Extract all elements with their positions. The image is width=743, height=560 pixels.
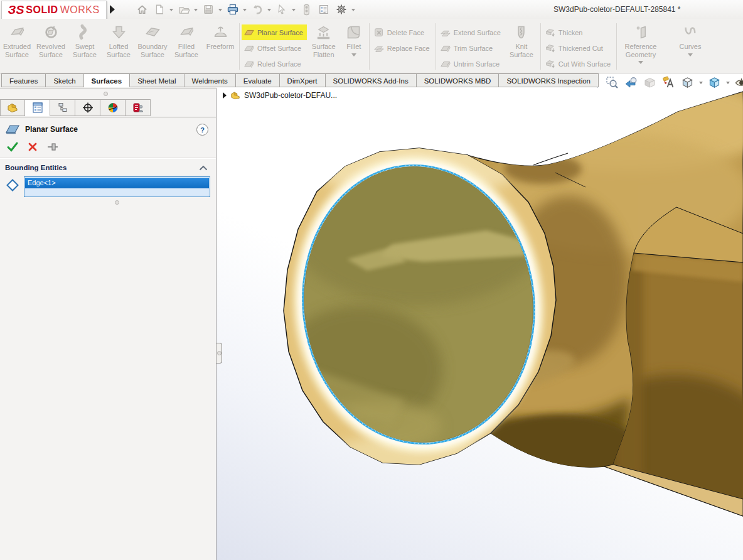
tab-features[interactable]: Features <box>1 73 46 87</box>
freeform-button[interactable]: Freeform <box>203 22 237 51</box>
model-3d-view[interactable] <box>216 73 743 560</box>
save-icon[interactable] <box>201 2 216 17</box>
hide-show-annotations-icon[interactable] <box>661 75 676 90</box>
solidworks-logo[interactable]: ЗS SOLIDWORKS <box>1 1 107 19</box>
replace-face-icon <box>373 43 385 54</box>
fillet-dropdown[interactable] <box>351 53 356 59</box>
ribbon-stack-planar: Planar Surface Offset Surface Ruled Surf… <box>242 22 307 72</box>
options-gear-icon[interactable] <box>334 2 349 17</box>
graphics-viewport[interactable]: SW3dPub-coletor-DEFAU... <box>216 73 743 560</box>
undo-dropdown[interactable] <box>267 9 271 13</box>
tab-weldments[interactable]: Weldments <box>184 73 236 87</box>
reference-geometry-dropdown[interactable] <box>638 61 643 67</box>
tab-sketch[interactable]: Sketch <box>46 73 83 87</box>
tab-solidworks-inspection[interactable]: SOLIDWORKS Inspection <box>499 73 599 87</box>
open-icon[interactable] <box>176 2 191 17</box>
thicken-button[interactable]: Thicken <box>543 24 614 40</box>
select-dropdown[interactable] <box>292 9 296 13</box>
curves-dropdown[interactable] <box>688 53 693 59</box>
open-dropdown[interactable] <box>194 9 198 13</box>
display-style-dropdown[interactable] <box>699 82 703 86</box>
tab-solidworks-addins[interactable]: SOLIDWORKS Add-Ins <box>326 73 417 87</box>
panel-grip-icon[interactable] <box>104 92 108 96</box>
offset-surface-button[interactable]: Offset Surface <box>242 40 307 56</box>
thickened-cut-button[interactable]: Thickened Cut <box>543 40 614 56</box>
ribbon-separator <box>239 23 240 70</box>
untrim-surface-button[interactable]: Untrim Surface <box>438 56 505 72</box>
untrim-surface-icon <box>440 58 451 70</box>
new-document-dropdown[interactable] <box>169 9 173 13</box>
select-icon[interactable] <box>274 2 289 17</box>
panel-splitter-handle[interactable] <box>216 343 222 363</box>
feature-manager-tab[interactable] <box>0 99 25 116</box>
zoom-to-area-icon[interactable] <box>605 75 619 90</box>
revolved-surface-button[interactable]: Revolved Surface <box>34 22 68 58</box>
display-manager-icon <box>107 102 119 114</box>
home-icon[interactable] <box>134 2 149 17</box>
tab-surfaces[interactable]: Surfaces <box>84 73 131 87</box>
undo-icon[interactable] <box>250 2 265 17</box>
surface-flatten-button[interactable]: Surface Flatten <box>307 22 341 58</box>
planar-surface-button[interactable]: Planar Surface <box>242 24 307 40</box>
property-manager-title: Planar Surface <box>25 125 78 134</box>
tab-evaluate[interactable]: Evaluate <box>236 73 280 87</box>
keep-visible-pin-button[interactable] <box>46 142 59 152</box>
tab-solidworks-mbd[interactable]: SOLIDWORKS MBD <box>417 73 500 87</box>
cut-with-surface-button[interactable]: Cut With Surface <box>543 56 614 72</box>
ok-button[interactable] <box>6 141 19 153</box>
display-manager-tab[interactable] <box>100 99 126 116</box>
filled-surface-button[interactable]: Filled Surface <box>169 22 203 58</box>
save-dropdown[interactable] <box>218 9 222 13</box>
lofted-surface-button[interactable]: Lofted Surface <box>102 22 136 58</box>
section-view-icon[interactable] <box>643 75 657 90</box>
hide-show-eye-icon[interactable] <box>734 75 743 90</box>
tab-dimxpert[interactable]: DimXpert <box>280 73 326 87</box>
extruded-surface-button[interactable]: Extruded Surface <box>0 22 34 58</box>
display-style-icon[interactable] <box>680 75 695 90</box>
ribbon-group-create-surfaces: Extruded Surface Revolved Surface Swept … <box>0 22 237 58</box>
feature-manager-icon <box>6 102 19 114</box>
surface-flatten-icon <box>315 24 332 41</box>
property-manager-tab[interactable] <box>25 99 50 116</box>
configuration-manager-tab[interactable] <box>50 99 75 116</box>
collapse-chevron-icon[interactable] <box>199 165 208 171</box>
print-icon[interactable] <box>225 2 240 17</box>
curves-button[interactable]: Curves <box>674 22 707 59</box>
property-manager-actions <box>6 141 59 153</box>
fillet-button[interactable]: Fillet <box>341 22 367 59</box>
file-properties-icon[interactable] <box>316 2 331 17</box>
extend-surface-button[interactable]: Extend Surface <box>438 24 505 40</box>
view-orientation-icon[interactable] <box>707 75 722 90</box>
selected-edge-list-item[interactable]: Edge<1> <box>25 178 209 188</box>
dimxpert-manager-tab[interactable] <box>75 99 100 116</box>
rebuild-icon[interactable] <box>299 2 314 17</box>
knit-surface-button[interactable]: Knit Surface <box>505 22 538 58</box>
bounding-entities-section-header[interactable]: Bounding Entities <box>5 164 211 171</box>
cam-manager-tab[interactable] <box>126 99 151 116</box>
document-title: SW3dPub-coletor-DEFAULT-285841 * <box>553 0 681 19</box>
swept-surface-button[interactable]: Swept Surface <box>68 22 102 58</box>
new-document-icon[interactable] <box>152 2 167 17</box>
print-dropdown[interactable] <box>243 9 247 13</box>
property-manager-header: Planar Surface <box>5 124 78 134</box>
feature-tree-breadcrumb[interactable]: SW3dPub-coletor-DEFAU... <box>223 90 337 100</box>
bounding-entities-selection-list[interactable]: Edge<1> <box>24 176 210 197</box>
ruled-surface-button[interactable]: Ruled Surface <box>242 56 307 72</box>
menu-flyout-arrow[interactable] <box>110 5 115 14</box>
view-orientation-dropdown[interactable] <box>726 82 730 86</box>
boundary-surface-button[interactable]: Boundary Surface <box>136 22 169 58</box>
delete-face-button[interactable]: Delete Face <box>372 24 434 40</box>
feature-tree-root-label: SW3dPub-coletor-DEFAU... <box>244 91 337 100</box>
swept-surface-icon <box>77 24 94 41</box>
help-icon[interactable]: ? <box>196 124 208 136</box>
previous-view-icon[interactable] <box>624 75 638 90</box>
revolved-surface-icon <box>43 24 60 41</box>
replace-face-button[interactable]: Replace Face <box>372 40 434 56</box>
listbox-resize-grip-icon[interactable] <box>115 200 119 205</box>
tab-sheet-metal[interactable]: Sheet Metal <box>130 73 184 87</box>
tree-expand-arrow-icon[interactable] <box>223 92 227 99</box>
options-dropdown[interactable] <box>351 9 355 13</box>
cancel-button[interactable] <box>28 142 38 152</box>
trim-surface-button[interactable]: Trim Surface <box>438 40 505 56</box>
reference-geometry-button[interactable]: Reference Geometry <box>619 22 663 67</box>
